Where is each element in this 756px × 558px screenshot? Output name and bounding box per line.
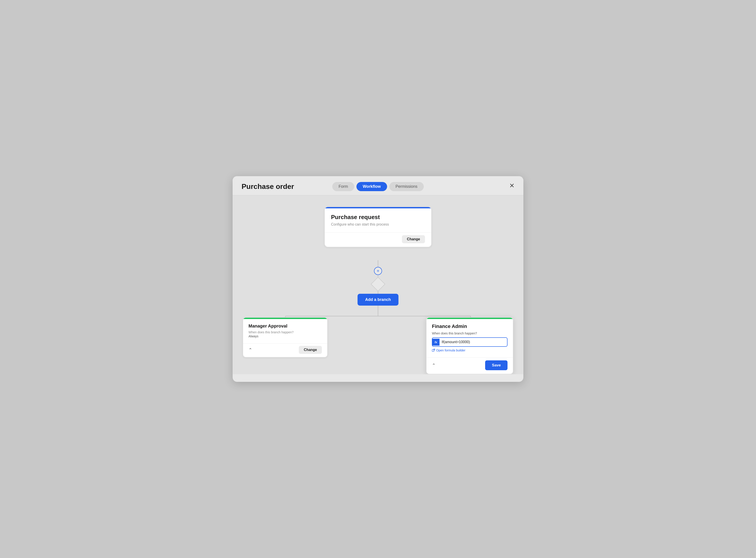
formula-icon: fx [432,339,440,346]
manager-approval-footer: ⌃ Change [243,344,327,357]
tab-form[interactable]: Form [332,182,354,191]
finance-admin-branch-label: When does this branch happen? [432,332,508,335]
pr-node-subtitle: Configure who can start this process [331,223,425,226]
formula-input-wrap: fx [432,337,508,347]
tab-workflow[interactable]: Workflow [357,182,387,191]
finance-admin-footer: ⌃ Save [426,357,513,374]
add-branch-button[interactable]: Add a branch [358,294,398,306]
manager-approval-collapse-button[interactable]: ⌃ [248,347,252,353]
close-button[interactable]: ✕ [509,183,514,189]
pr-node-title: Purchase request [331,214,425,221]
manager-approval-title: Manager Approval [248,324,322,329]
manager-approval-branch-label: When does this branch happen? [248,330,322,334]
manager-approval-change-button[interactable]: Change [299,346,322,354]
pr-node-footer: Change [325,232,431,247]
finance-admin-collapse-button[interactable]: ⌃ [432,363,436,368]
purchase-request-node: Purchase request Configure who can start… [324,207,432,247]
formula-input[interactable] [440,338,507,346]
finance-admin-node: Finance Admin When does this branch happ… [426,317,513,374]
modal: Purchase order Form Workflow Permissions… [233,176,523,382]
plus-icon: + [377,269,379,274]
add-step-button[interactable]: + [374,267,382,275]
workflow-canvas: Purchase request Configure who can start… [233,195,523,374]
manager-approval-content: Manager Approval When does this branch h… [243,319,327,344]
finance-admin-content: Finance Admin When does this branch happ… [426,319,513,357]
modal-header: Purchase order Form Workflow Permissions… [233,176,523,195]
external-link-icon [432,349,435,352]
manager-approval-branch-value: Always [248,334,322,338]
modal-title: Purchase order [242,182,294,191]
open-formula-builder-label: Open formula builder [436,349,465,352]
pr-change-button[interactable]: Change [402,235,425,243]
tab-permissions[interactable]: Permissions [389,182,424,191]
manager-approval-node: Manager Approval When does this branch h… [243,317,328,357]
pr-node-content: Purchase request Configure who can start… [325,208,431,232]
tab-bar: Form Workflow Permissions [332,182,424,191]
finance-admin-save-button[interactable]: Save [485,360,508,370]
finance-admin-title: Finance Admin [432,324,508,329]
open-formula-builder-link[interactable]: Open formula builder [432,349,508,352]
branch-diamond [371,277,385,291]
